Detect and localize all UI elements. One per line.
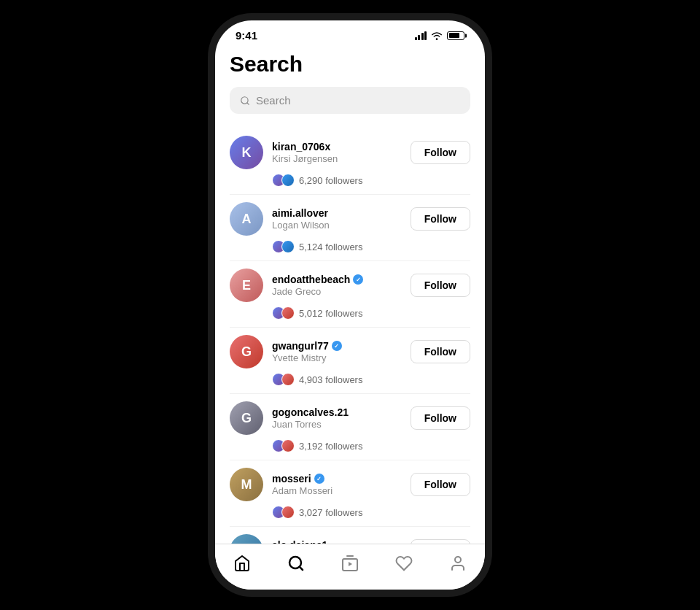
verified-badge: ✓ (332, 341, 342, 351)
verified-badge: ✓ (353, 274, 363, 285)
page-title: Search (230, 52, 470, 77)
display-name: Logan Wilson (272, 220, 330, 231)
status-time: 9:41 (236, 29, 257, 42)
battery-icon (447, 31, 464, 40)
status-bar: 9:41 (215, 20, 485, 46)
signal-icon (415, 31, 427, 40)
list-item: G gwangurl77 ✓ Yvette Mistry Follow (230, 328, 470, 394)
wifi-icon (431, 31, 443, 40)
followers-row: 6,290 followers (230, 174, 470, 187)
status-icons (415, 31, 465, 40)
user-left: A alo.daiane1 Airi Andersen (230, 534, 328, 544)
followers-row: 3,192 followers (230, 439, 470, 452)
content-area: Search Search K kiran_0706x (215, 46, 485, 544)
follow-button[interactable]: Follow (411, 473, 470, 496)
mini-avatar (281, 439, 295, 452)
mini-avatar (281, 373, 295, 386)
display-name: Yvette Mistry (272, 352, 342, 363)
followers-count: 3,192 followers (299, 441, 362, 452)
heart-icon (395, 555, 413, 572)
verified-badge: ✓ (314, 474, 324, 484)
search-bar-icon (240, 96, 250, 106)
user-info: aimi.allover Logan Wilson (272, 207, 330, 231)
user-main-row: A aimi.allover Logan Wilson Follow (230, 202, 470, 236)
mini-avatars (272, 439, 295, 452)
username: gogoncalves.21 (272, 406, 349, 418)
nav-home[interactable] (226, 552, 258, 575)
user-left: M mosseri ✓ Adam Mosseri (230, 468, 332, 501)
nav-likes[interactable] (388, 552, 420, 575)
followers-row: 5,012 followers (230, 306, 470, 320)
followers-count: 3,027 followers (299, 507, 362, 518)
username-row: aimi.allover (272, 207, 330, 219)
avatar: K (230, 136, 263, 169)
mini-avatar (281, 506, 295, 519)
user-main-row: E endoatthebeach ✓ Jade Greco Follow (230, 269, 470, 302)
user-left: G gwangurl77 ✓ Yvette Mistry (230, 335, 342, 368)
search-placeholder: Search (256, 94, 291, 107)
phone-frame: 9:41 Search (215, 20, 485, 590)
followers-count: 5,012 followers (299, 308, 362, 319)
list-item: A aimi.allover Logan Wilson Follow 5 (230, 195, 470, 261)
mini-avatars (272, 373, 295, 386)
bottom-nav (215, 544, 485, 590)
user-main-row: A alo.daiane1 Airi Andersen Follow (230, 534, 470, 544)
follow-button[interactable]: Follow (411, 141, 470, 164)
user-info: kiran_0706x Kirsi Jørgensen (272, 141, 338, 164)
user-main-row: M mosseri ✓ Adam Mosseri Follow (230, 468, 470, 501)
mini-avatars (272, 506, 295, 519)
list-item: K kiran_0706x Kirsi Jørgensen Follow (230, 128, 470, 195)
username: aimi.allover (272, 207, 328, 219)
follow-button[interactable]: Follow (411, 274, 470, 297)
username-row: mosseri ✓ (272, 473, 332, 484)
user-left: G gogoncalves.21 Juan Torres (230, 401, 349, 435)
followers-row: 5,124 followers (230, 240, 470, 253)
nav-profile[interactable] (442, 552, 474, 575)
display-name: Juan Torres (272, 419, 349, 430)
username: mosseri (272, 473, 311, 484)
user-left: A aimi.allover Logan Wilson (230, 202, 330, 236)
username-row: gwangurl77 ✓ (272, 340, 342, 352)
follow-button[interactable]: Follow (411, 207, 470, 231)
search-bar[interactable]: Search (230, 87, 470, 114)
username: gwangurl77 (272, 340, 329, 352)
user-info: gwangurl77 ✓ Yvette Mistry (272, 340, 342, 363)
username-row: endoatthebeach ✓ (272, 274, 363, 285)
user-info: endoatthebeach ✓ Jade Greco (272, 274, 363, 297)
follow-button[interactable]: Follow (411, 340, 470, 363)
svg-point-3 (455, 557, 461, 563)
nav-search[interactable] (280, 552, 312, 575)
display-name: Kirsi Jørgensen (272, 153, 338, 164)
user-info: mosseri ✓ Adam Mosseri (272, 473, 332, 496)
mini-avatars (272, 240, 295, 253)
username: endoatthebeach (272, 274, 350, 285)
user-main-row: G gwangurl77 ✓ Yvette Mistry Follow (230, 335, 470, 368)
follow-button[interactable]: Follow (411, 406, 470, 430)
user-left: E endoatthebeach ✓ Jade Greco (230, 269, 363, 302)
search-nav-icon (287, 555, 305, 572)
avatar: M (230, 468, 263, 501)
list-item: G gogoncalves.21 Juan Torres Follow (230, 394, 470, 460)
mini-avatars (272, 306, 295, 320)
mini-avatars (272, 174, 295, 187)
user-left: K kiran_0706x Kirsi Jørgensen (230, 136, 338, 169)
user-info: gogoncalves.21 Juan Torres (272, 406, 349, 430)
mini-avatar (281, 240, 295, 253)
followers-count: 4,903 followers (299, 374, 362, 385)
mini-avatar (281, 306, 295, 320)
list-item: A alo.daiane1 Airi Andersen Follow (230, 527, 470, 544)
list-item: M mosseri ✓ Adam Mosseri Follow (230, 460, 470, 527)
avatar: A (230, 534, 263, 544)
followers-count: 5,124 followers (299, 242, 362, 252)
nav-reels[interactable] (334, 552, 366, 575)
display-name: Jade Greco (272, 286, 363, 297)
username-row: kiran_0706x (272, 141, 338, 152)
display-name: Adam Mosseri (272, 485, 332, 496)
avatar: E (230, 269, 263, 302)
reels-icon (341, 555, 359, 572)
user-main-row: K kiran_0706x Kirsi Jørgensen Follow (230, 136, 470, 169)
user-list: K kiran_0706x Kirsi Jørgensen Follow (230, 128, 470, 544)
list-item: E endoatthebeach ✓ Jade Greco Follow (230, 261, 470, 328)
user-main-row: G gogoncalves.21 Juan Torres Follow (230, 401, 470, 435)
username: kiran_0706x (272, 141, 330, 152)
